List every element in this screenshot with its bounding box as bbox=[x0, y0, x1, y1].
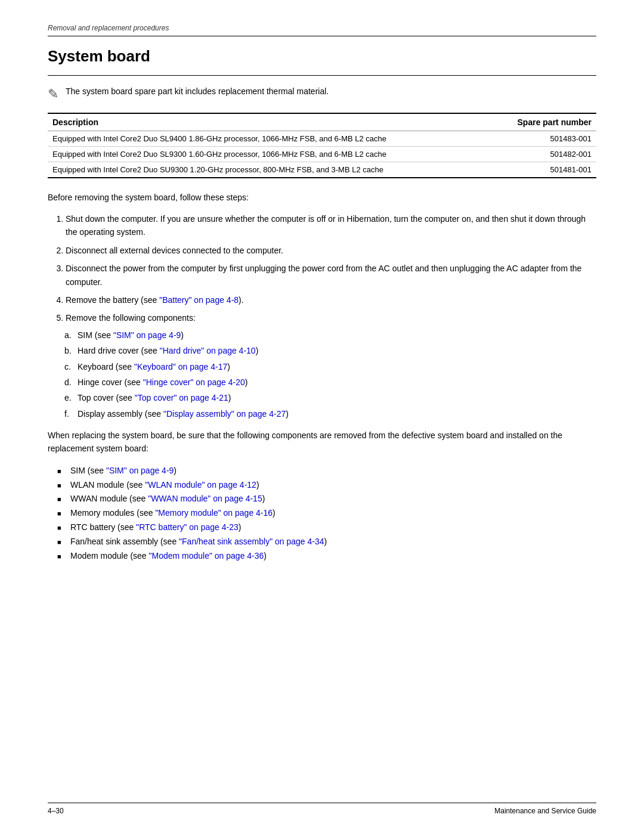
sub-step-link[interactable]: "SIM" on page 4-9 bbox=[113, 330, 181, 340]
step-item: Disconnect all external devices connecte… bbox=[66, 244, 596, 257]
page-title: System board bbox=[48, 47, 596, 66]
sub-step-item: SIM (see "SIM" on page 4-9) bbox=[78, 329, 596, 342]
sub-step-link[interactable]: "Top cover" on page 4-21 bbox=[135, 393, 228, 402]
step-item: Remove the battery (see "Battery" on pag… bbox=[66, 293, 596, 306]
breadcrumb: Removal and replacement procedures bbox=[48, 24, 596, 36]
bullet-link[interactable]: "Memory module" on page 4-16 bbox=[155, 508, 273, 518]
table-cell-spare: 501483-001 bbox=[489, 131, 596, 147]
step-item: Disconnect the power from the computer b… bbox=[66, 262, 596, 289]
steps-list: Shut down the computer. If you are unsur… bbox=[66, 212, 596, 420]
table-cell-spare: 501481-001 bbox=[489, 162, 596, 178]
bullet-item: RTC battery (see "RTC battery" on page 4… bbox=[60, 521, 596, 535]
bullet-item: WWAN module (see "WWAN module" on page 4… bbox=[60, 492, 596, 506]
step-item: Remove the following components:SIM (see… bbox=[66, 311, 596, 420]
footer-left: 4–30 bbox=[48, 807, 64, 815]
table-cell-description: Equipped with Intel Core2 Duo SU9300 1.2… bbox=[48, 162, 489, 178]
table-row: Equipped with Intel Core2 Duo SL9400 1.8… bbox=[48, 131, 596, 147]
bullet-link[interactable]: "Modem module" on page 4-36 bbox=[149, 551, 264, 561]
sub-step-item: Hard drive cover (see "Hard drive" on pa… bbox=[78, 344, 596, 357]
step-link[interactable]: "Battery" on page 4-8 bbox=[159, 295, 239, 305]
table-cell-description: Equipped with Intel Core2 Duo SL9300 1.6… bbox=[48, 147, 489, 162]
replacing-intro: When replacing the system board, be sure… bbox=[48, 429, 596, 456]
sub-step-item: Top cover (see "Top cover" on page 4-21) bbox=[78, 391, 596, 404]
parts-table: Description Spare part number Equipped w… bbox=[48, 113, 596, 178]
bullet-link[interactable]: "WLAN module" on page 4-12 bbox=[145, 480, 256, 490]
note-box: ✎ The system board spare part kit includ… bbox=[48, 86, 596, 102]
bullet-item: SIM (see "SIM" on page 4-9) bbox=[60, 464, 596, 478]
col-description: Description bbox=[48, 113, 489, 131]
step-item: Shut down the computer. If you are unsur… bbox=[66, 212, 596, 239]
sub-step-link[interactable]: "Keyboard" on page 4-17 bbox=[134, 362, 227, 371]
table-row: Equipped with Intel Core2 Duo SU9300 1.2… bbox=[48, 162, 596, 178]
bullet-link[interactable]: "Fan/heat sink assembly" on page 4-34 bbox=[179, 537, 324, 546]
sub-step-link[interactable]: "Hinge cover" on page 4-20 bbox=[143, 377, 245, 387]
sub-list: SIM (see "SIM" on page 4-9)Hard drive co… bbox=[78, 329, 596, 420]
sub-step-link[interactable]: "Hard drive" on page 4-10 bbox=[160, 346, 256, 355]
col-spare: Spare part number bbox=[489, 113, 596, 131]
table-row: Equipped with Intel Core2 Duo SL9300 1.6… bbox=[48, 147, 596, 162]
table-cell-description: Equipped with Intel Core2 Duo SL9400 1.8… bbox=[48, 131, 489, 147]
footer-right: Maintenance and Service Guide bbox=[494, 807, 596, 815]
sub-step-link[interactable]: "Display assembly" on page 4-27 bbox=[163, 409, 286, 419]
bullet-link[interactable]: "RTC battery" on page 4-23 bbox=[136, 522, 239, 532]
sub-step-item: Display assembly (see "Display assembly"… bbox=[78, 407, 596, 420]
table-cell-spare: 501482-001 bbox=[489, 147, 596, 162]
title-rule bbox=[48, 75, 596, 76]
bullet-item: Memory modules (see "Memory module" on p… bbox=[60, 506, 596, 521]
sub-step-item: Hinge cover (see "Hinge cover" on page 4… bbox=[78, 376, 596, 389]
intro-text: Before removing the system board, follow… bbox=[48, 191, 596, 204]
note-icon: ✎ bbox=[48, 86, 58, 102]
sub-step-item: Keyboard (see "Keyboard" on page 4-17) bbox=[78, 360, 596, 373]
note-text: The system board spare part kit includes… bbox=[66, 86, 329, 96]
bullet-item: WLAN module (see "WLAN module" on page 4… bbox=[60, 478, 596, 493]
bullet-item: Modem module (see "Modem module" on page… bbox=[60, 549, 596, 563]
bullet-link[interactable]: "WWAN module" on page 4-15 bbox=[148, 494, 262, 503]
bullet-item: Fan/heat sink assembly (see "Fan/heat si… bbox=[60, 535, 596, 549]
footer: 4–30 Maintenance and Service Guide bbox=[48, 803, 596, 815]
bullet-link[interactable]: "SIM" on page 4-9 bbox=[106, 466, 174, 475]
bullet-list: SIM (see "SIM" on page 4-9)WLAN module (… bbox=[60, 464, 596, 563]
